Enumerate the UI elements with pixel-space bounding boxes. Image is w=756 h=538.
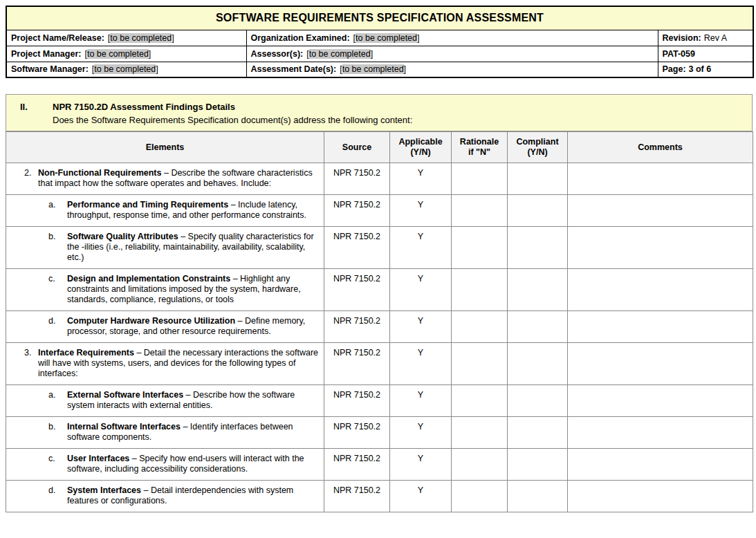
project-manager-field[interactable]: [to be completed] xyxy=(84,49,151,59)
column-header-comments: Comments xyxy=(568,132,753,163)
table-row: b. Software Quality Attributes – Specify… xyxy=(6,227,753,269)
compliant-cell[interactable] xyxy=(508,385,568,417)
applicable-cell[interactable]: Y xyxy=(390,311,452,343)
placeholder-highlight[interactable]: to be completed xyxy=(87,49,149,59)
assessment-dates-cell: Assessment Date(s):[to be completed] xyxy=(246,62,658,77)
rationale-cell[interactable] xyxy=(452,311,508,343)
document-title: SOFTWARE REQUIREMENTS SPECIFICATION ASSE… xyxy=(6,6,753,30)
document-page: SOFTWARE REQUIREMENTS SPECIFICATION ASSE… xyxy=(0,0,756,512)
elements-cell: 2. Non-Functional Requirements – Describ… xyxy=(6,163,324,195)
compliant-cell[interactable] xyxy=(508,269,568,311)
applicable-cell[interactable]: Y xyxy=(390,481,452,512)
section-banner: II. NPR 7150.2D Assessment Findings Deta… xyxy=(6,94,753,131)
applicable-cell[interactable]: Y xyxy=(390,417,452,449)
rationale-cell[interactable] xyxy=(452,417,508,449)
comments-cell[interactable] xyxy=(568,417,753,449)
item-number: d. xyxy=(48,485,67,506)
compliant-cell[interactable] xyxy=(508,449,568,481)
item-number: d. xyxy=(48,316,67,337)
pat-number: PAT-059 xyxy=(663,49,695,59)
applicable-cell[interactable]: Y xyxy=(390,343,452,385)
compliant-cell[interactable] xyxy=(508,195,568,227)
bracket-close: ] xyxy=(417,33,419,43)
assessment-dates-label: Assessment Date(s): xyxy=(251,64,337,74)
placeholder-highlight[interactable]: to be completed xyxy=(94,64,156,74)
project-name-field[interactable]: [to be completed] xyxy=(108,33,174,43)
element-title: Design and Implementation Constraints xyxy=(67,274,230,284)
pat-number-cell: PAT-059 xyxy=(658,46,753,62)
rationale-cell[interactable] xyxy=(452,227,508,269)
software-manager-field[interactable]: [to be completed] xyxy=(92,64,158,74)
element-title: Non-Functional Requirements xyxy=(38,168,161,178)
revision-value: Rev A xyxy=(704,33,727,43)
comments-cell[interactable] xyxy=(568,385,753,417)
applicable-cell[interactable]: Y xyxy=(390,269,452,311)
element-title: Internal Software Interfaces xyxy=(67,422,181,432)
comments-cell[interactable] xyxy=(568,269,753,311)
table-row: a. Performance and Timing Requirements –… xyxy=(6,195,753,227)
elements-cell: d. Computer Hardware Resource Utilizatio… xyxy=(6,311,324,343)
project-name-label: Project Name/Release: xyxy=(11,33,104,43)
applicable-cell[interactable]: Y xyxy=(390,227,452,269)
compliant-cell[interactable] xyxy=(508,163,568,195)
rationale-cell[interactable] xyxy=(452,163,508,195)
page-label: Page: xyxy=(663,64,686,74)
comments-cell[interactable] xyxy=(568,227,753,269)
info-row: Project Name/Release:[to be completed] O… xyxy=(6,30,753,46)
placeholder-highlight[interactable]: to be completed xyxy=(110,33,172,43)
comments-cell[interactable] xyxy=(568,195,753,227)
comments-cell[interactable] xyxy=(568,481,753,512)
comments-cell[interactable] xyxy=(568,311,753,343)
project-manager-label: Project Manager: xyxy=(11,49,81,59)
rationale-cell[interactable] xyxy=(452,481,508,512)
placeholder-highlight[interactable]: to be completed xyxy=(342,64,404,74)
revision-cell: Revision:Rev A xyxy=(658,30,753,46)
revision-label: Revision: xyxy=(663,33,701,43)
comments-cell[interactable] xyxy=(568,163,753,195)
element-title: Software Quality Attributes xyxy=(67,232,178,241)
column-header-rationale: Rationale if "N" xyxy=(452,132,508,163)
comments-cell[interactable] xyxy=(568,343,753,385)
table-row: c. Design and Implementation Constraints… xyxy=(6,269,753,311)
elements-cell: c. Design and Implementation Constraints… xyxy=(6,269,324,311)
applicable-cell[interactable]: Y xyxy=(390,385,452,417)
column-header-source: Source xyxy=(324,132,390,163)
element-title: Interface Requirements xyxy=(38,348,134,358)
item-number: b. xyxy=(48,422,67,443)
assessment-dates-field[interactable]: [to be completed] xyxy=(340,64,406,74)
comments-cell[interactable] xyxy=(568,449,753,481)
applicable-cell[interactable]: Y xyxy=(390,163,452,195)
source-cell: NPR 7150.2 xyxy=(324,195,390,227)
bracket-close: ] xyxy=(149,49,151,59)
organization-field[interactable]: [to be completed] xyxy=(353,33,420,43)
compliant-cell[interactable] xyxy=(508,481,568,512)
applicable-cell[interactable]: Y xyxy=(390,195,452,227)
rationale-cell[interactable] xyxy=(452,195,508,227)
rationale-cell[interactable] xyxy=(452,269,508,311)
item-number: 2. xyxy=(24,168,38,189)
compliant-cell[interactable] xyxy=(508,343,568,385)
software-manager-cell: Software Manager:[to be completed] xyxy=(6,62,246,77)
table-row: 2. Non-Functional Requirements – Describ… xyxy=(6,163,753,195)
rationale-cell[interactable] xyxy=(452,385,508,417)
rationale-cell[interactable] xyxy=(452,449,508,481)
compliant-cell[interactable] xyxy=(508,227,568,269)
placeholder-highlight[interactable]: to be completed xyxy=(309,49,371,59)
rationale-cell[interactable] xyxy=(452,343,508,385)
source-cell: NPR 7150.2 xyxy=(324,343,390,385)
table-row: b. Internal Software Interfaces – Identi… xyxy=(6,417,753,449)
assessor-field[interactable]: [to be completed] xyxy=(306,49,373,59)
elements-cell: 3. Interface Requirements – Detail the n… xyxy=(6,343,324,385)
applicable-cell[interactable]: Y xyxy=(390,449,452,481)
elements-cell: b. Software Quality Attributes – Specify… xyxy=(6,227,324,269)
source-cell: NPR 7150.2 xyxy=(324,163,390,195)
elements-cell: a. Performance and Timing Requirements –… xyxy=(6,195,324,227)
source-cell: NPR 7150.2 xyxy=(324,417,390,449)
table-row: d. Computer Hardware Resource Utilizatio… xyxy=(6,311,753,343)
organization-cell: Organization Examined:[to be completed] xyxy=(246,30,658,46)
compliant-cell[interactable] xyxy=(508,311,568,343)
item-number: a. xyxy=(48,390,67,411)
elements-cell: a. External Software Interfaces – Descri… xyxy=(6,385,324,417)
compliant-cell[interactable] xyxy=(508,417,568,449)
placeholder-highlight[interactable]: to be completed xyxy=(356,33,417,43)
